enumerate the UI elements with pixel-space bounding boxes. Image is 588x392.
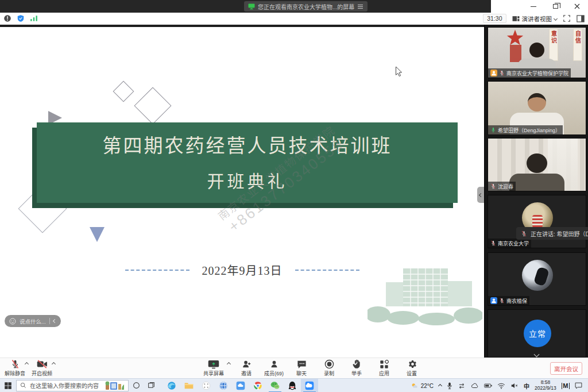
- start-button[interactable]: [0, 379, 16, 392]
- taskbar-clock[interactable]: 8:58 2022/9/13: [535, 380, 556, 391]
- search-highlight-art: [105, 381, 125, 390]
- share-screen-label: 共享屏幕: [203, 370, 224, 377]
- tray-volume-muted-icon[interactable]: [510, 382, 519, 389]
- tray-battery-icon[interactable]: [484, 383, 492, 389]
- weather-temp: 22°C: [421, 383, 434, 389]
- minimize-button[interactable]: [523, 0, 544, 13]
- chrome-icon: [253, 381, 262, 390]
- participant-tile-5[interactable]: 南农植保: [488, 252, 586, 306]
- invite-person-icon: [242, 359, 252, 369]
- tray-cloud-icon[interactable]: [471, 383, 479, 389]
- tray-m-app-icon[interactable]: M: [562, 383, 570, 389]
- participant-label: 沈迎春: [488, 182, 516, 191]
- apps-button[interactable]: 应用: [372, 359, 397, 377]
- cortana-icon: [133, 382, 140, 389]
- invite-label: 邀请: [241, 370, 252, 377]
- meeting-timer: 31:30: [483, 14, 506, 23]
- slide-title-banner: 第四期农药经营人员技术培训班 开班典礼: [37, 122, 458, 203]
- taskbar-app-qq[interactable]: [284, 379, 301, 392]
- cloud-drive-icon: [236, 381, 245, 390]
- weather-widget[interactable]: 22°C: [411, 382, 434, 389]
- taskbar-app-cloud-drive[interactable]: [232, 379, 249, 392]
- participant-tile-1[interactable]: 意识 自信 南京农业大学植物保护学院: [488, 27, 586, 78]
- action-center-icon[interactable]: [575, 382, 582, 389]
- task-view-button[interactable]: [144, 379, 158, 392]
- search-icon: [20, 382, 26, 389]
- taskbar-app-meeting[interactable]: [301, 379, 318, 392]
- chevron-down-icon: [533, 352, 539, 358]
- participant-name: 南京农业大学植物保护学院: [506, 70, 568, 77]
- taskbar-app-browser[interactable]: [215, 379, 232, 392]
- record-button[interactable]: 录制: [316, 359, 342, 377]
- tray-wifi-icon[interactable]: [497, 383, 505, 389]
- meeting-info-icon[interactable]: [3, 14, 11, 22]
- mic-muted-icon: [499, 298, 505, 303]
- tray-mic-icon[interactable]: [447, 382, 452, 390]
- meeting-toolbar: 解除静音 开启视频 共享屏幕 邀请 成员(69) 聊天 录制: [0, 358, 588, 378]
- raise-hand-icon: [353, 359, 361, 369]
- tencent-meeting-icon: [305, 381, 314, 390]
- start-video-button[interactable]: 开启视频: [29, 359, 55, 377]
- shared-screen-stage[interactable]: 第四期农药经营人员技术培训班 开班典礼 南京农业大学植物保护学院 +861377…: [0, 25, 484, 358]
- share-options-chevron[interactable]: [227, 362, 231, 366]
- network-signal-icon[interactable]: [30, 15, 38, 22]
- participant-tile-4[interactable]: 南京农业大学: [488, 195, 586, 248]
- chevron-left-icon[interactable]: [53, 319, 57, 323]
- participant-tile-3[interactable]: 沈迎春: [488, 138, 586, 191]
- scroll-more-button[interactable]: [485, 352, 588, 356]
- weather-sun-icon: [411, 382, 419, 389]
- tray-expand-chevron[interactable]: [438, 383, 442, 387]
- dashed-line-right: [295, 270, 359, 271]
- meeting-statusbar: 31:30 演讲者视图: [0, 13, 588, 25]
- maximize-button[interactable]: [544, 0, 566, 13]
- participant-tile-6[interactable]: 立常: [488, 309, 586, 358]
- chevron-down-icon: [554, 16, 558, 20]
- record-icon: [324, 359, 334, 369]
- start-video-label: 开启视频: [32, 370, 52, 377]
- speaker-view-icon: [512, 16, 520, 22]
- record-label: 录制: [324, 370, 334, 377]
- invite-button[interactable]: 邀请: [234, 359, 259, 377]
- titlebar-dark-area: 您正在观看南京农业大学植物...的屏幕: [0, 0, 491, 13]
- decor-diamond-small: [113, 81, 134, 102]
- participant-label: 南京农业大学: [488, 239, 531, 248]
- unmute-button[interactable]: 解除静音: [2, 359, 28, 377]
- mic-muted-icon: [10, 359, 20, 369]
- chat-button[interactable]: 聊天: [289, 359, 314, 377]
- view-mode-dropdown[interactable]: 演讲者视图: [512, 14, 558, 23]
- taskbar-app-wechat[interactable]: [266, 379, 284, 392]
- settings-button[interactable]: 设置: [399, 359, 424, 377]
- window-titlebar: 您正在观看南京农业大学植物...的屏幕: [0, 0, 588, 13]
- member-badge-icon: [490, 297, 497, 304]
- taskbar-app-edge[interactable]: [163, 379, 180, 392]
- security-shield-icon[interactable]: [17, 14, 25, 22]
- sidebar-collapse-tab[interactable]: [477, 187, 484, 203]
- ime-indicator[interactable]: 中: [524, 382, 529, 390]
- fullscreen-icon[interactable]: [563, 14, 571, 22]
- maximize-icon: [553, 4, 558, 9]
- building-illustration: [368, 265, 482, 325]
- hamburger-icon[interactable]: [357, 4, 363, 9]
- windows-taskbar: 在这里输入你要搜索的内容: [0, 378, 588, 392]
- cortana-button[interactable]: [129, 379, 144, 392]
- side-panel-icon[interactable]: [577, 15, 585, 22]
- taskbar-app-remote[interactable]: [198, 379, 215, 392]
- taskbar-search-box[interactable]: 在这里输入你要搜索的内容: [16, 380, 129, 391]
- taskbar-app-file-explorer[interactable]: [180, 379, 198, 392]
- watching-notification[interactable]: 您正在观看南京农业大学植物...的屏幕: [244, 1, 368, 11]
- close-button[interactable]: [566, 0, 588, 13]
- view-mode-label: 演讲者视图: [522, 14, 552, 23]
- mic-active-icon: [490, 127, 496, 133]
- members-button[interactable]: 成员(69): [261, 359, 287, 377]
- members-icon: [269, 359, 279, 369]
- mic-muted-icon: [490, 183, 496, 189]
- raise-hand-button[interactable]: 举手: [344, 359, 369, 377]
- share-screen-button[interactable]: 共享屏幕: [200, 359, 227, 377]
- chat-placeholder: 说点什么...: [20, 317, 46, 325]
- tray-transfer-icon[interactable]: [458, 383, 466, 389]
- leave-meeting-button[interactable]: 离开会议: [550, 362, 582, 375]
- participant-tile-2[interactable]: 希望田野（DengJianping）: [488, 81, 586, 135]
- quick-chat-pill[interactable]: 说点什么...: [5, 315, 61, 327]
- decor-diamond-medium: [134, 87, 171, 124]
- taskbar-app-chrome[interactable]: [249, 379, 266, 392]
